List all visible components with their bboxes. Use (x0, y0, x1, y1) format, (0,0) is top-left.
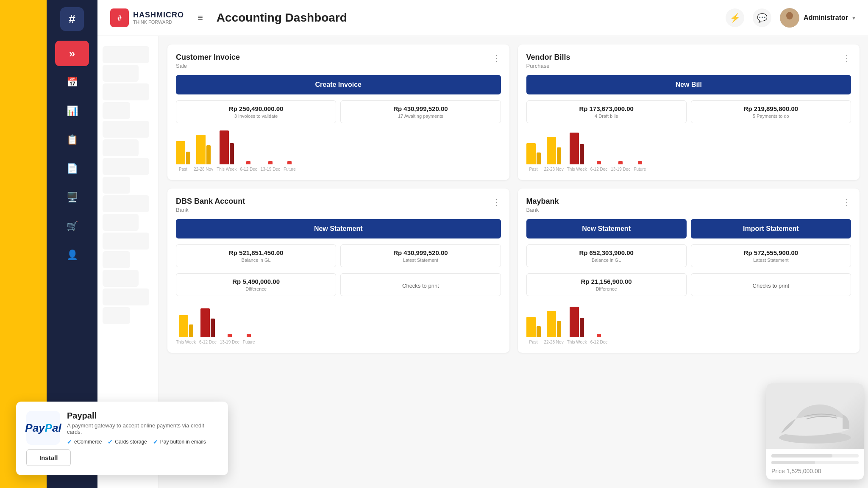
customer-invoice-stat1: Rp 250,490,000.00 3 Invoices to validate (176, 100, 336, 123)
dbs-checks-label: Checks to print (347, 279, 494, 289)
maybank-checks[interactable]: Checks to print (691, 273, 851, 296)
customer-invoice-menu-icon[interactable]: ⋮ (492, 53, 501, 63)
dbs-stat3: Rp 5,490,000.00 Difference (176, 273, 336, 296)
nav-item-placeholder (103, 251, 130, 268)
paypal-popup: PayPal Paypall A payment gateway to acce… (16, 402, 228, 475)
customer-invoice-stat2: Rp 430,999,520.00 17 Awaiting payments (340, 100, 501, 123)
dbs-stat1-amount: Rp 521,851,450.00 (182, 249, 330, 256)
product-bar1 (771, 454, 859, 458)
stat1-label: 3 Invoices to validate (182, 114, 330, 119)
nav-item-placeholder (103, 83, 149, 100)
create-invoice-button[interactable]: Create Invoice (176, 75, 501, 94)
lightning-icon: ⚡ (730, 13, 740, 23)
nav-item-placeholder (103, 270, 139, 287)
maybank-stat3-amount: Rp 21,156,900.00 (533, 278, 680, 285)
sidebar-item-documents[interactable]: 📄 (55, 156, 89, 181)
sidebar-item-shop[interactable]: 🛒 (55, 214, 89, 239)
vb-stat1-label: 4 Draft bills (533, 114, 680, 119)
check-icon-email: ✔ (153, 438, 158, 445)
install-button[interactable]: Install (26, 449, 71, 466)
maybank-stat2: Rp 572,555,900.00 Latest Statement (691, 244, 851, 267)
product-info: Price 1,525,000.00 (766, 449, 864, 480)
paypal-features: ✔ eCommerce ✔ Cards storage ✔ Pay button… (67, 438, 218, 445)
maybank-chart: Past 22-28 Nov This Week (526, 302, 851, 344)
maybank-stat1: Rp 652,303,900.00 Balance in GL (526, 244, 687, 267)
paypal-feature1-label: eCommerce (74, 439, 102, 445)
main-content: Customer Invoice Sale ⋮ Create Invoice R… (159, 36, 868, 488)
dbs-checks[interactable]: Checks to print (340, 273, 501, 296)
dbs-new-statement-button[interactable]: New Statement (176, 219, 501, 238)
svg-text:#: # (117, 14, 122, 22)
sidebar-item-reports[interactable]: 📋 (55, 127, 89, 152)
customer-invoice-title: Customer Invoice (176, 53, 240, 62)
analytics-icon: 📊 (67, 105, 78, 116)
brand-name: HASHMICRO (133, 11, 184, 19)
nav-item-placeholder (103, 214, 139, 231)
check-icon-cards: ✔ (108, 438, 113, 445)
dbs-stat2: Rp 430,999,520.00 Latest Statement (340, 244, 501, 267)
dbs-bank-chart: This Week 6-12 Dec 13-19 Dec (176, 302, 501, 344)
stat2-amount: Rp 430,999,520.00 (347, 105, 494, 112)
nav-item-placeholder (103, 158, 149, 175)
nav-item-placeholder (103, 177, 130, 194)
stat2-label: 17 Awaiting payments (347, 114, 494, 119)
vb-stat2-label: 5 Payments to do (697, 114, 845, 119)
maybank-menu-icon[interactable]: ⋮ (843, 197, 851, 207)
brand-tagline: THINK FORWARD (133, 19, 184, 25)
vendor-bills-menu-icon[interactable]: ⋮ (843, 53, 851, 63)
sidebar-item-monitor[interactable]: 🖥️ (55, 185, 89, 210)
maybank-subtitle: Bank (526, 207, 559, 213)
maybank-stat3-label: Difference (533, 286, 680, 291)
maybank-stat2-label: Latest Statement (697, 258, 845, 263)
new-bill-button[interactable]: New Bill (526, 75, 851, 94)
vendor-bills-stats: Rp 173,673,000.00 4 Draft bills Rp 219,8… (526, 100, 851, 123)
dbs-bank-stats-top: Rp 521,851,450.00 Balance in GL Rp 430,9… (176, 244, 501, 267)
menu-icon[interactable]: ≡ (198, 12, 203, 23)
product-image (766, 383, 864, 449)
topnav-logo: # HASHMICRO THINK FORWARD (110, 8, 184, 27)
documents-icon: 📄 (67, 163, 78, 174)
nav-item-placeholder (103, 102, 130, 119)
maybank-title: Maybank (526, 197, 559, 206)
maybank-card: Maybank Bank ⋮ New Statement Import Stat… (518, 189, 860, 353)
page-title: Accounting Dashboard (217, 11, 719, 25)
avatar (780, 8, 799, 28)
message-button[interactable]: 💬 (753, 8, 771, 27)
hashmicro-logo-icon: # (110, 8, 129, 27)
nav-item-placeholder (103, 288, 149, 305)
topnav-actions: ⚡ 💬 Administrator ▾ (726, 8, 855, 28)
product-bar2 (771, 461, 859, 464)
paypal-description: A payment gateway to accept online payme… (67, 422, 218, 435)
maybank-stat1-label: Balance in GL (533, 258, 680, 263)
dbs-bank-menu-icon[interactable]: ⋮ (492, 197, 501, 207)
maybank-new-statement-button[interactable]: New Statement (526, 219, 687, 238)
product-popup: Price 1,525,000.00 (766, 383, 864, 480)
user-menu[interactable]: Administrator ▾ (780, 8, 855, 28)
dbs-bank-stats-bottom: Rp 5,490,000.00 Difference Checks to pri… (176, 273, 501, 296)
topnav-logo-text: HASHMICRO THINK FORWARD (133, 11, 184, 25)
sidebar-item-analytics[interactable]: 📊 (55, 98, 89, 124)
dbs-bank-card: DBS Bank Account Bank ⋮ New Statement Rp… (167, 189, 509, 353)
paypal-feature-ecommerce: ✔ eCommerce (67, 438, 102, 445)
nav-item-placeholder (103, 121, 149, 138)
lightning-button[interactable]: ⚡ (726, 8, 744, 27)
shoe-svg (773, 387, 857, 446)
vendor-bills-stat2: Rp 219,895,800.00 5 Payments to do (691, 100, 851, 123)
reports-icon: 📋 (67, 134, 78, 145)
sidebar-item-toggle[interactable]: » (55, 41, 89, 66)
paypal-feature-email: ✔ Pay button in emails (153, 438, 206, 445)
shop-icon: 🛒 (67, 221, 78, 232)
maybank-header: Maybank Bank ⋮ (526, 197, 851, 213)
maybank-import-statement-button[interactable]: Import Statement (691, 219, 851, 238)
paypal-logo: PayPal (26, 411, 60, 445)
username-label: Administrator (804, 14, 848, 22)
nav-item-placeholder (103, 307, 130, 324)
monitor-icon: 🖥️ (67, 192, 78, 203)
dbs-stat1-label: Balance in GL (182, 258, 330, 263)
customer-invoice-subtitle: Sale (176, 63, 240, 69)
vb-stat2-amount: Rp 219,895,800.00 (697, 105, 845, 112)
paypal-info: Paypall A payment gateway to accept onli… (67, 411, 218, 445)
vendor-bills-card: Vendor Bills Purchase ⋮ New Bill Rp 173,… (518, 44, 860, 180)
sidebar-item-profile[interactable]: 👤 (55, 242, 89, 268)
sidebar-item-calendar[interactable]: 📅 (55, 69, 89, 95)
